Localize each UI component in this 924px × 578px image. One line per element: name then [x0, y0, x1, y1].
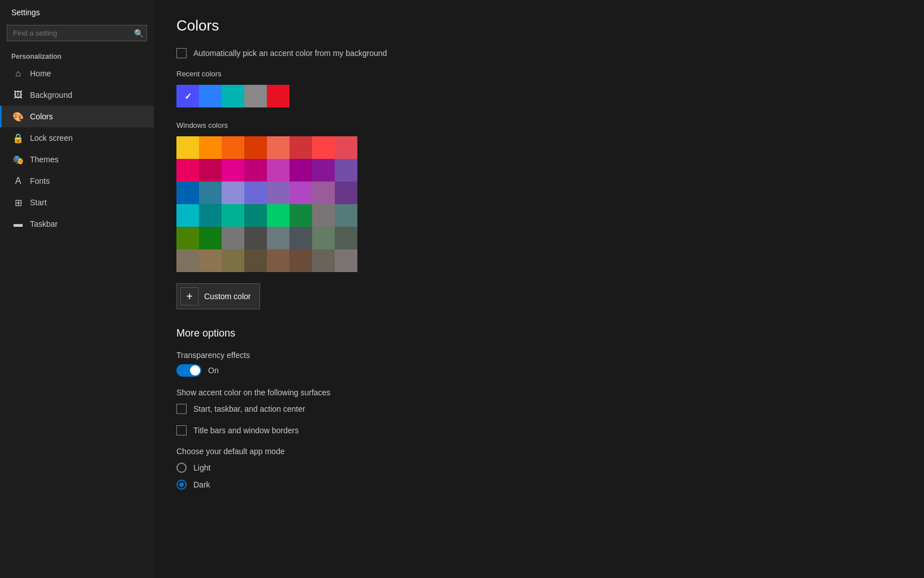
fonts-icon: A	[13, 176, 23, 186]
windows-color-41[interactable]	[199, 249, 222, 272]
windows-color-33[interactable]	[199, 227, 222, 249]
windows-color-32[interactable]	[176, 227, 199, 249]
recent-color-3[interactable]	[244, 85, 267, 107]
windows-color-18[interactable]	[222, 182, 244, 204]
windows-color-24[interactable]	[176, 204, 199, 227]
windows-color-0[interactable]	[176, 136, 199, 159]
sidebar-item-label-fonts: Fonts	[30, 176, 50, 186]
personalization-label: Personalization	[0, 48, 154, 63]
recent-color-1[interactable]	[199, 85, 222, 107]
radio-label-dark: Dark	[193, 480, 210, 489]
recent-colors-heading: Recent colors	[176, 70, 901, 78]
windows-color-13[interactable]	[290, 159, 312, 182]
transparency-toggle[interactable]	[176, 364, 201, 377]
windows-color-22[interactable]	[312, 182, 335, 204]
windows-color-25[interactable]	[199, 204, 222, 227]
start-taskbar-checkbox[interactable]	[176, 404, 187, 414]
custom-color-button[interactable]: + Custom color	[176, 283, 260, 309]
windows-color-26[interactable]	[222, 204, 244, 227]
windows-color-6[interactable]	[312, 136, 335, 159]
windows-color-35[interactable]	[244, 227, 267, 249]
windows-color-37[interactable]	[290, 227, 312, 249]
search-input[interactable]	[7, 25, 147, 41]
recent-colors	[176, 85, 901, 107]
sidebar-item-label-themes: Themes	[30, 155, 59, 164]
themes-icon: 🎭	[13, 154, 23, 165]
background-icon: 🖼	[13, 90, 23, 100]
start-taskbar-row: Start, taskbar, and action center	[176, 404, 901, 414]
windows-color-14[interactable]	[312, 159, 335, 182]
sidebar-item-colors[interactable]: 🎨 Colors	[0, 106, 154, 127]
windows-color-10[interactable]	[222, 159, 244, 182]
recent-color-0[interactable]	[176, 85, 199, 107]
radio-label-light: Light	[193, 463, 210, 472]
sidebar-item-label-taskbar: Taskbar	[30, 219, 58, 228]
windows-color-27[interactable]	[244, 204, 267, 227]
windows-color-3[interactable]	[244, 136, 267, 159]
sidebar-nav: ⌂ Home 🖼 Background 🎨 Colors 🔒 Lock scre…	[0, 63, 154, 235]
more-options-heading: More options	[176, 327, 901, 339]
windows-color-38[interactable]	[312, 227, 335, 249]
colors-icon: 🎨	[13, 111, 23, 122]
windows-color-7[interactable]	[335, 136, 357, 159]
auto-accent-row: Automatically pick an accent color from …	[176, 48, 901, 58]
windows-color-21[interactable]	[290, 182, 312, 204]
windows-color-40[interactable]	[176, 249, 199, 272]
windows-color-46[interactable]	[312, 249, 335, 272]
transparency-label: Transparency effects	[176, 351, 901, 360]
search-icon[interactable]: 🔍	[134, 29, 144, 38]
radio-row-light[interactable]: Light	[176, 463, 901, 473]
accent-surfaces-label: Show accent color on the following surfa…	[176, 388, 901, 397]
sidebar-item-themes[interactable]: 🎭 Themes	[0, 149, 154, 170]
windows-color-2[interactable]	[222, 136, 244, 159]
title-bars-label: Title bars and window borders	[193, 426, 299, 435]
windows-color-47[interactable]	[335, 249, 357, 272]
windows-color-16[interactable]	[176, 182, 199, 204]
radio-dark	[176, 480, 187, 490]
sidebar-item-lock-screen[interactable]: 🔒 Lock screen	[0, 127, 154, 149]
windows-color-20[interactable]	[267, 182, 290, 204]
sidebar-item-label-start: Start	[30, 198, 47, 207]
home-icon: ⌂	[13, 68, 23, 79]
page-title: Colors	[176, 17, 901, 34]
sidebar-item-start[interactable]: ⊞ Start	[0, 192, 154, 213]
windows-color-5[interactable]	[290, 136, 312, 159]
radio-row-dark[interactable]: Dark	[176, 480, 901, 490]
windows-color-23[interactable]	[335, 182, 357, 204]
sidebar-item-fonts[interactable]: A Fonts	[0, 170, 154, 192]
windows-color-43[interactable]	[244, 249, 267, 272]
windows-color-19[interactable]	[244, 182, 267, 204]
windows-color-15[interactable]	[335, 159, 357, 182]
auto-accent-checkbox[interactable]	[176, 48, 187, 58]
windows-color-29[interactable]	[290, 204, 312, 227]
windows-color-34[interactable]	[222, 227, 244, 249]
windows-color-28[interactable]	[267, 204, 290, 227]
sidebar-item-taskbar[interactable]: ▬ Taskbar	[0, 213, 154, 235]
windows-color-30[interactable]	[312, 204, 335, 227]
windows-color-1[interactable]	[199, 136, 222, 159]
sidebar-item-label-colors: Colors	[30, 112, 53, 121]
windows-color-8[interactable]	[176, 159, 199, 182]
windows-color-42[interactable]	[222, 249, 244, 272]
taskbar-icon: ▬	[13, 219, 23, 229]
recent-color-2[interactable]	[222, 85, 244, 107]
transparency-value: On	[208, 366, 219, 375]
title-bars-row: Title bars and window borders	[176, 425, 901, 435]
recent-color-4[interactable]	[267, 85, 290, 107]
sidebar-item-background[interactable]: 🖼 Background	[0, 84, 154, 106]
windows-color-45[interactable]	[290, 249, 312, 272]
windows-color-17[interactable]	[199, 182, 222, 204]
windows-color-31[interactable]	[335, 204, 357, 227]
windows-color-12[interactable]	[267, 159, 290, 182]
windows-color-9[interactable]	[199, 159, 222, 182]
windows-colors-heading: Windows colors	[176, 121, 901, 130]
main-content: Colors Automatically pick an accent colo…	[154, 0, 924, 578]
windows-color-4[interactable]	[267, 136, 290, 159]
windows-color-11[interactable]	[244, 159, 267, 182]
sidebar-item-home[interactable]: ⌂ Home	[0, 63, 154, 84]
title-bars-checkbox[interactable]	[176, 425, 187, 435]
windows-color-44[interactable]	[267, 249, 290, 272]
windows-color-39[interactable]	[335, 227, 357, 249]
sidebar-item-label-background: Background	[30, 90, 72, 100]
windows-color-36[interactable]	[267, 227, 290, 249]
